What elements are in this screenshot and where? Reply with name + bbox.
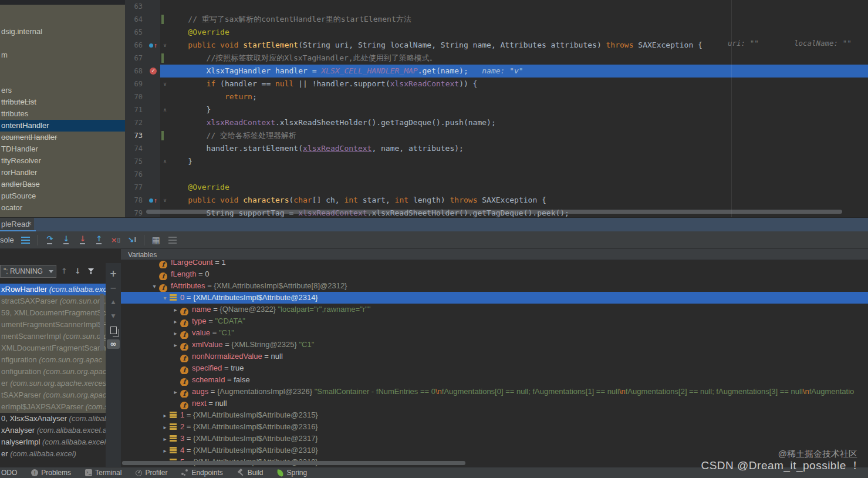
breakpoint-icon[interactable]: ✓ xyxy=(150,68,157,75)
project-item-ocator[interactable]: ocator xyxy=(0,202,125,214)
variable-row-2[interactable]: ▸2 = {XMLAttributesImpl$Attribute@2316} xyxy=(121,421,868,433)
project-item-ers[interactable]: ers xyxy=(0,85,125,96)
code-line-67[interactable]: 67 //按照标签获取对应的XlsxTagHandler,此处使用到了策略模式。 xyxy=(125,52,868,65)
frame-row[interactable]: 0, XlsxSaxAnalyser (com.alibaba xyxy=(0,413,106,425)
code-line-68[interactable]: 68✓ XlsxTagHandler handler = XLSX_CELL_H… xyxy=(125,65,868,78)
project-item-dsig.internal[interactable]: dsig.internal xyxy=(0,26,125,38)
variable-row-fLength[interactable]: ffLength = 0 xyxy=(121,268,868,280)
add-watch-icon[interactable]: + xyxy=(106,267,121,281)
console-tab-label[interactable]: sole xyxy=(0,235,14,244)
frame-row[interactable]: nfiguration (com.sun.org.apac xyxy=(0,354,106,366)
layout-settings-icon[interactable] xyxy=(19,233,33,247)
variable-row-0[interactable]: ▾0 = {XMLAttributesImpl$Attribute@2314} xyxy=(121,292,868,304)
step-over-button[interactable]: ↷ xyxy=(43,233,57,247)
statusbar-item-endpoints[interactable]: Endpoints xyxy=(181,469,222,477)
code-line-69[interactable]: 69∨ if (handler == null || !handler.supp… xyxy=(125,78,868,90)
frame-row[interactable]: erImpl$JAXPSAXParser (com.su xyxy=(0,401,106,413)
code-line-74[interactable]: 74 handler.startElement(xlsxReadContext,… xyxy=(125,142,868,155)
tab-close-icon[interactable]: × xyxy=(28,220,32,228)
chevron-closed-icon[interactable]: ▸ xyxy=(171,386,180,398)
chevron-closed-icon[interactable]: ▸ xyxy=(160,410,170,421)
statusbar-item-build[interactable]: Build xyxy=(237,469,264,477)
project-item-m[interactable]: m xyxy=(0,49,125,61)
chevron-closed-icon[interactable]: ▸ xyxy=(160,422,170,433)
chevron-closed-icon[interactable]: ▸ xyxy=(160,433,170,445)
project-item-ontenthandler[interactable]: ontentHandler xyxy=(0,120,125,132)
project-item-ocumenthandler[interactable]: ocumentHandler xyxy=(0,132,125,143)
frame-row[interactable]: stractSAXParser (com.sun.org. xyxy=(0,295,106,307)
fold-icon[interactable]: ∧ xyxy=(163,107,167,113)
variable-row-3[interactable]: ▸3 = {XMLAttributesImpl$Attribute@2317} xyxy=(121,433,868,445)
variable-row-1[interactable]: ▸1 = {XMLAttributesImpl$Attribute@2315} xyxy=(121,409,868,421)
force-step-into-button[interactable]: ↓ xyxy=(76,233,90,247)
statusbar-item-profiler[interactable]: Profiler xyxy=(136,469,167,477)
statusbar-item-terminal[interactable]: ›_ Terminal xyxy=(85,469,121,477)
frame-row[interactable]: xAnalyser (com.alibaba.excel.an xyxy=(0,425,106,436)
frame-down-icon[interactable]: ↓ xyxy=(75,268,81,275)
code-line-75[interactable]: 75∧ } xyxy=(125,155,868,168)
statusbar-item-problems[interactable]: ! Problems xyxy=(31,469,71,477)
project-item-tdhandler[interactable]: TDHandler xyxy=(0,143,125,155)
variable-row-schemaId[interactable]: fschemaId = false xyxy=(121,374,868,386)
drop-frame-button[interactable]: ×▯ xyxy=(109,233,123,247)
fold-icon[interactable]: ∧ xyxy=(163,159,167,164)
project-item-andlerbase[interactable]: andlerBase xyxy=(0,179,125,190)
statusbar-item-spring[interactable]: Spring xyxy=(277,469,307,477)
thread-selector-dropdown[interactable]: ": RUNNING xyxy=(0,265,56,278)
frame-row[interactable]: er (com.alibaba.excel) xyxy=(0,448,106,460)
chevron-open-icon[interactable]: ▾ xyxy=(160,292,170,304)
variable-row-fLargeCount[interactable]: ffLargeCount = 1 xyxy=(121,260,868,268)
code-line-78[interactable]: 78↑∨ public void characters(char[] ch, i… xyxy=(125,194,868,207)
code-line-70[interactable]: 70 return; xyxy=(125,90,868,103)
variable-row-xmlValue[interactable]: ▸fxmlValue = {XMLString@2325} "C1" xyxy=(121,339,868,351)
remove-watch-icon[interactable]: − xyxy=(106,281,121,295)
variable-row-fAttributes[interactable]: ▾ffAttributes = {XMLAttributesImpl$Attri… xyxy=(121,280,868,292)
editor-pane[interactable]: 6364 // 重写了sax解析的contentHandler里的startEl… xyxy=(125,0,868,217)
variable-row-name[interactable]: ▸fname = {QName@2322} "localpart="r",raw… xyxy=(121,304,868,315)
code-line-73[interactable]: 73 // 交给各标签处理器解析 xyxy=(125,129,868,142)
code-line-71[interactable]: 71∧ } xyxy=(125,103,868,116)
variable-row-specified[interactable]: fspecified = true xyxy=(121,362,868,374)
chevron-closed-icon[interactable]: ▸ xyxy=(171,304,180,315)
frame-row[interactable]: mentScannerImpl (com.sun.org. xyxy=(0,331,106,342)
project-item-tityresolver[interactable]: tityResolver xyxy=(0,155,125,167)
variable-row-nonNormalizedValue[interactable]: fnonNormalizedValue = null xyxy=(121,351,868,362)
code-line-77[interactable]: 77 @Override xyxy=(125,181,868,194)
statusbar-item-todo[interactable]: ODO xyxy=(1,469,17,477)
overrides-method-icon[interactable]: ↑ xyxy=(149,42,158,49)
frame-row[interactable]: nalyserImpl (com.alibaba.excel. xyxy=(0,436,106,448)
step-out-button[interactable]: ↑ xyxy=(92,233,106,247)
run-to-cursor-button[interactable]: ↘I xyxy=(125,233,139,247)
chevron-closed-icon[interactable]: ▸ xyxy=(171,328,180,339)
variable-row-next[interactable]: fnext = null xyxy=(121,398,868,409)
evaluate-expression-icon[interactable]: ▦ xyxy=(149,233,163,247)
step-into-button[interactable]: ↓ xyxy=(59,233,73,247)
chevron-closed-icon[interactable]: ▸ xyxy=(171,339,180,351)
frame-row[interactable]: umentFragmentScannerImpl$Fr xyxy=(0,319,106,331)
frame-row[interactable]: tSAXParser (com.sun.org.apach xyxy=(0,389,106,401)
variable-row-value[interactable]: ▸fvalue = "C1" xyxy=(121,327,868,339)
frame-row[interactable]: er (com.sun.org.apache.xerces. xyxy=(0,378,106,389)
chevron-open-icon[interactable]: ▾ xyxy=(150,281,159,292)
filter-funnel-icon[interactable] xyxy=(88,268,94,274)
editor-horizontal-scrollbar[interactable] xyxy=(146,210,842,214)
code-line-72[interactable]: 72 xlsxReadContext.xlsxReadSheetHolder()… xyxy=(125,116,868,129)
variable-row-augs[interactable]: ▸faugs = {AugmentationsImpl@2326} "Small… xyxy=(121,386,868,398)
fold-icon[interactable]: ∨ xyxy=(163,81,167,87)
project-item-rorhandler[interactable]: rorHandler xyxy=(0,167,125,179)
overrides-method-icon[interactable]: ↑ xyxy=(149,197,158,204)
code-line-64[interactable]: 64 // 重写了sax解析的contentHandler里的startElem… xyxy=(125,13,868,26)
code-line-63[interactable]: 63 xyxy=(125,0,868,13)
move-up-icon[interactable]: ▲ xyxy=(106,295,121,309)
frame-row[interactable]: xRowHandler (com.alibaba.exc xyxy=(0,284,106,295)
project-item-ttributes[interactable]: ttributes xyxy=(0,108,125,120)
code-line-76[interactable]: 76 xyxy=(125,168,868,181)
frame-row[interactable]: 59, XMLDocumentFragmentSc xyxy=(0,307,106,319)
move-down-icon[interactable]: ▼ xyxy=(106,309,121,323)
frame-up-icon[interactable]: ↑ xyxy=(61,268,67,275)
chevron-closed-icon[interactable]: ▸ xyxy=(171,316,180,327)
variable-row-type[interactable]: ▸ftype = "CDATA" xyxy=(121,315,868,327)
fold-icon[interactable]: ∨ xyxy=(163,42,167,48)
frames-scrollbar[interactable] xyxy=(100,294,104,351)
project-item-ttributelist[interactable]: ttributeList xyxy=(0,96,125,108)
